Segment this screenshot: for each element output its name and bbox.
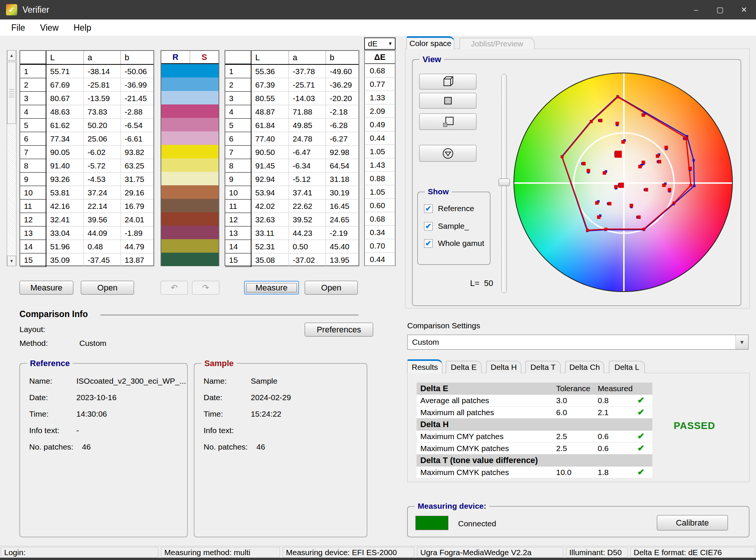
sample-table-row[interactable]: 561.8449.85-6.28 — [225, 119, 359, 132]
close-button[interactable]: ✕ — [732, 0, 756, 19]
reference-table-row[interactable]: 1053.8137.2429.16 — [20, 186, 153, 200]
checkbox-whole-gamut[interactable]: ✔Whole gamut — [424, 239, 484, 248]
color-patch-7 — [161, 145, 219, 158]
menu-help[interactable]: Help — [66, 19, 99, 36]
measure-sample-button[interactable]: Measure — [244, 281, 299, 295]
sample-table-row[interactable]: 1333.1144.23-2.19 — [225, 226, 359, 240]
view-3d-button[interactable] — [419, 74, 476, 89]
result-tolerance: 3.0 — [556, 396, 598, 405]
sample-table-row[interactable]: 155.36-37.78-49.60 — [225, 65, 359, 78]
sample-table-row[interactable]: 677.4024.78-6.27 — [225, 132, 359, 146]
tab-joblist-preview[interactable]: Joblist/Preview — [460, 38, 534, 49]
tab-delta-e[interactable]: Delta E — [446, 361, 482, 373]
reference-table-row[interactable]: 1333.0444.09-1.89 — [20, 226, 153, 240]
redo-icon[interactable]: ↷ — [192, 281, 219, 295]
cell: 1 — [225, 65, 252, 78]
lightness-slider-thumb[interactable] — [499, 179, 510, 186]
cell: 5 — [225, 119, 252, 132]
delta-e-format-dropdown[interactable]: dE ▼ — [364, 37, 396, 50]
reference-table-row[interactable]: 155.71-38.14-50.06 — [20, 65, 153, 78]
sample-table-row[interactable]: 1053.9437.4130.19 — [225, 186, 359, 200]
menu-file[interactable]: File — [4, 19, 33, 36]
scrollbar-thumb[interactable] — [7, 62, 16, 124]
time-label: Time: — [29, 410, 49, 419]
tab-delta-t[interactable]: Delta T — [525, 361, 561, 373]
tab-delta-h[interactable]: Delta H — [486, 361, 521, 373]
cell: -2.19 — [326, 226, 359, 240]
reference-table-row[interactable]: 677.3425.06-6.61 — [20, 132, 153, 146]
status-login: Login: — [1, 547, 158, 558]
cell: 33.11 — [252, 226, 289, 240]
sample-table-row[interactable]: 790.50-6.4792.98 — [225, 146, 359, 159]
measure-reference-button[interactable]: Measure — [19, 281, 73, 295]
chevron-down-icon[interactable]: ▼ — [735, 335, 748, 349]
pass-check-icon: ✔ — [637, 431, 652, 441]
tab-delta-l[interactable]: Delta L — [609, 361, 645, 373]
cell: 6 — [225, 132, 252, 146]
reference-table-row[interactable]: 267.69-25.81-36.99 — [20, 78, 153, 92]
cell: -2.18 — [326, 105, 359, 119]
status-illuminant: Illuminant: D50 — [566, 547, 628, 558]
reference-table-row[interactable]: 993.26-4.5331.75 — [20, 173, 153, 186]
sample-table-row[interactable]: 992.94-5.1231.18 — [225, 173, 359, 186]
open-reference-button[interactable]: Open — [81, 281, 134, 295]
cell: 53.94 — [252, 186, 289, 200]
tab-delta-ch[interactable]: Delta Ch — [565, 361, 604, 373]
comparison-settings-dropdown[interactable]: Custom ▼ — [407, 335, 749, 350]
checkbox-sample[interactable]: ✔Sample_ — [424, 222, 469, 231]
open-sample-button[interactable]: Open — [305, 281, 358, 295]
checkbox-reference[interactable]: ✔Reference — [424, 204, 474, 213]
menu-view[interactable]: View — [33, 19, 66, 36]
minimize-button[interactable]: – — [684, 0, 708, 19]
sample-table-row[interactable]: 1535.08-37.0213.95 — [225, 253, 359, 267]
sample-point — [684, 137, 687, 140]
cell: 13.95 — [326, 253, 359, 267]
view-gamut-button[interactable] — [419, 145, 476, 162]
sample-table-row[interactable]: 267.39-25.71-36.29 — [225, 78, 359, 92]
sample-table-row[interactable]: 380.55-14.03-20.20 — [225, 92, 359, 105]
results-row: Maximum CMY patches2.50.6✔ — [417, 430, 652, 442]
view-compare-button[interactable] — [419, 113, 476, 130]
scroll-down-icon[interactable]: ▼ — [7, 256, 16, 266]
reference-table-row[interactable]: 380.67-13.59-21.45 — [20, 92, 153, 105]
reference-table-row[interactable]: 448.6373.83-2.88 — [20, 105, 153, 119]
sample-table-row[interactable]: 1452.310.5045.40 — [225, 240, 359, 253]
reference-table-row[interactable]: 561.6250.20-6.54 — [20, 119, 153, 132]
measuring-device-label: Measuring device: — [415, 502, 489, 511]
checkbox-box[interactable]: ✔ — [424, 204, 433, 213]
scroll-up-icon[interactable]: ▲ — [7, 50, 16, 61]
cell: -1.89 — [121, 226, 153, 240]
color-patch-3 — [161, 91, 219, 104]
table-scrollbar[interactable]: ▲ ▼ — [7, 50, 16, 266]
sample-table-row[interactable]: 891.45-6.3464.54 — [225, 159, 359, 173]
undo-icon[interactable]: ↶ — [161, 281, 188, 295]
calibrate-button[interactable]: Calibrate — [657, 515, 728, 530]
reference-table-row[interactable]: 1142.1622.1416.79 — [20, 200, 153, 213]
strip-header-sample: S — [190, 51, 219, 63]
color-wheel[interactable] — [513, 73, 733, 292]
cell: 61.62 — [46, 119, 84, 132]
sample-table-row[interactable]: 1232.6339.5224.65 — [225, 213, 359, 226]
reference-table-row[interactable]: 891.40-5.7263.25 — [20, 159, 153, 173]
sample-table-row[interactable]: 448.8771.88-2.18 — [225, 105, 359, 119]
delta-e-value: 0.70 — [365, 239, 395, 253]
maximize-button[interactable]: ▢ — [708, 0, 732, 19]
sample-table-row[interactable]: 1142.0222.6216.45 — [225, 200, 359, 213]
reference-table-row[interactable]: 790.05-6.0293.82 — [20, 146, 153, 159]
tab-color-space[interactable]: Color space — [406, 36, 454, 49]
name-label: Name: — [204, 377, 227, 386]
cell: 80.67 — [46, 92, 84, 105]
status-measuring-device: Measuring device: EFI ES-2000 — [283, 547, 414, 558]
view-2d-button[interactable] — [419, 93, 476, 109]
preferences-button[interactable]: Preferences — [305, 323, 373, 337]
reference-table-row[interactable]: 1535.09-37.4513.87 — [20, 253, 153, 267]
reference-table-row[interactable]: 1451.960.4844.79 — [20, 240, 153, 253]
checkbox-box[interactable]: ✔ — [424, 239, 433, 248]
cell: 90.50 — [252, 146, 289, 159]
checkbox-box[interactable]: ✔ — [424, 222, 433, 231]
reference-table-row[interactable]: 1232.4139.5624.01 — [20, 213, 153, 226]
cell: 77.34 — [46, 132, 84, 146]
tab-results[interactable]: Results — [407, 359, 442, 373]
result-tolerance: 10.0 — [556, 468, 598, 477]
delta-e-value: 0.88 — [365, 172, 395, 185]
